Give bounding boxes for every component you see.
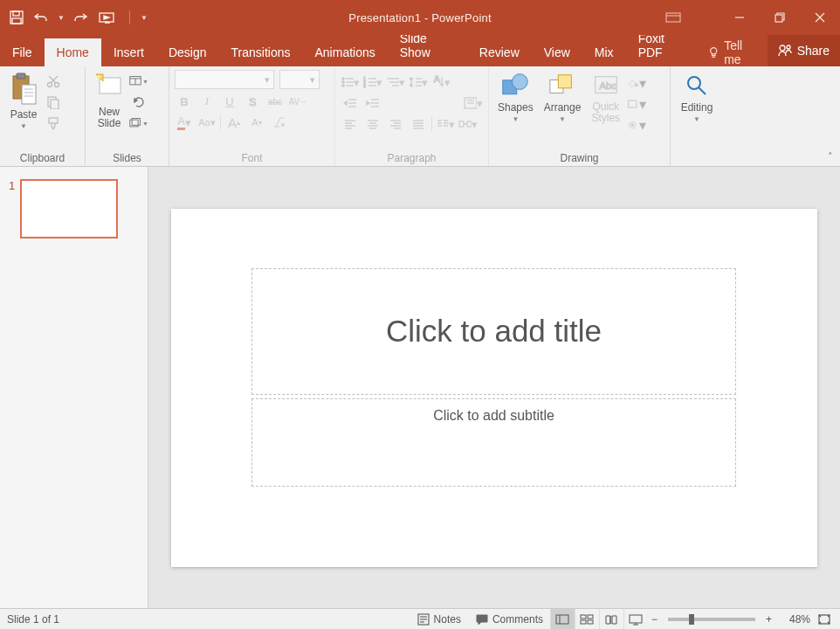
tab-review[interactable]: Review — [467, 38, 532, 66]
comments-button[interactable]: Comments — [468, 609, 550, 629]
tab-file[interactable]: File — [0, 38, 45, 66]
change-case-button[interactable]: Aa▾ — [197, 114, 217, 131]
paste-button[interactable]: Paste ▼ — [5, 70, 42, 133]
group-clipboard: Paste ▼ Clipboard — [0, 66, 86, 166]
comments-label: Comments — [492, 613, 543, 626]
text-shadow-button[interactable]: S — [243, 93, 262, 110]
align-left-icon[interactable] — [341, 115, 360, 133]
editing-button[interactable]: Editing ▼ — [676, 70, 718, 125]
bullets-icon[interactable]: ▾ — [341, 73, 360, 91]
undo-icon[interactable] — [33, 10, 49, 25]
qat-customize-icon[interactable]: ▼ — [141, 14, 148, 22]
cut-icon[interactable] — [44, 72, 63, 91]
zoom-out-button[interactable]: − — [648, 609, 661, 629]
slide-canvas[interactable]: Click to add title Click to add subtitle — [171, 209, 817, 567]
quick-styles-button[interactable]: Abc Quick Styles — [588, 70, 623, 135]
title-placeholder[interactable]: Click to add title — [251, 268, 736, 395]
font-name-combo[interactable]: ▾ — [175, 70, 274, 89]
group-slides: New Slide ▼ ▼ Slides — [86, 66, 169, 166]
new-slide-button[interactable]: New Slide — [91, 70, 127, 133]
tab-design[interactable]: Design — [156, 38, 219, 66]
format-painter-icon[interactable] — [44, 114, 63, 133]
qat-divider — [129, 10, 130, 24]
start-from-beginning-icon[interactable] — [98, 10, 119, 25]
zoom-in-button[interactable]: + — [762, 609, 775, 629]
section-icon[interactable]: ▼ — [129, 114, 148, 133]
svg-marker-63 — [367, 101, 369, 105]
align-right-icon[interactable] — [386, 115, 405, 133]
underline-button[interactable]: U — [220, 93, 239, 110]
shape-fill-icon[interactable]: ▾ — [627, 73, 646, 93]
list-level-icon[interactable]: ▾ — [386, 73, 405, 91]
justify-icon[interactable] — [409, 115, 428, 133]
copy-icon[interactable] — [44, 93, 63, 112]
redo-icon[interactable] — [73, 10, 89, 25]
tab-animations[interactable]: Animations — [302, 38, 387, 66]
zoom-slider[interactable] — [668, 618, 755, 621]
layout-icon[interactable]: ▼ — [129, 72, 148, 91]
tell-me-search[interactable]: Tell me — [699, 38, 768, 66]
fit-to-window-icon[interactable] — [810, 609, 833, 629]
font-group-label: Font — [175, 149, 329, 166]
save-icon[interactable] — [9, 10, 24, 25]
zoom-thumb[interactable] — [689, 614, 694, 625]
increase-font-button[interactable]: A▴ — [224, 114, 244, 131]
slide-thumbnail-pane[interactable]: 1 — [0, 167, 148, 608]
svg-line-102 — [699, 87, 706, 94]
undo-dropdown-icon[interactable]: ▼ — [58, 14, 65, 22]
font-size-combo[interactable]: ▾ — [279, 70, 320, 89]
shapes-button[interactable]: Shapes ▼ — [494, 70, 537, 135]
reset-icon[interactable] — [129, 93, 148, 112]
shape-outline-icon[interactable]: ▾ — [627, 94, 646, 114]
numbering-icon[interactable]: 123▾ — [363, 73, 382, 91]
line-spacing-icon[interactable]: ▾ — [409, 73, 428, 91]
svg-rect-26 — [51, 100, 59, 109]
collapse-ribbon-icon[interactable]: ˄ — [828, 151, 833, 162]
minimize-icon[interactable] — [720, 0, 760, 35]
svg-rect-110 — [588, 615, 593, 619]
svg-point-100 — [631, 123, 634, 126]
align-text-icon[interactable]: ▾ — [464, 94, 483, 112]
decrease-indent-icon[interactable] — [341, 94, 360, 112]
slide-counter[interactable]: Slide 1 of 1 — [7, 613, 59, 626]
tab-home[interactable]: Home — [45, 38, 101, 66]
decrease-font-button[interactable]: A▾ — [247, 114, 266, 131]
arrange-button[interactable]: Arrange ▼ — [540, 70, 585, 135]
bold-button[interactable]: B — [175, 93, 194, 110]
align-center-icon[interactable] — [363, 115, 382, 133]
reading-view-icon[interactable] — [599, 609, 623, 630]
restore-icon[interactable] — [760, 0, 800, 35]
tab-mix[interactable]: Mix — [582, 38, 626, 66]
new-slide-label: New Slide — [98, 107, 121, 129]
italic-button[interactable]: I — [197, 93, 217, 110]
normal-view-icon[interactable] — [550, 609, 575, 630]
font-color-button[interactable]: A▾ — [175, 114, 194, 131]
notes-button[interactable]: Notes — [410, 609, 468, 629]
share-button[interactable]: Share — [768, 35, 840, 66]
zoom-level[interactable]: 48% — [775, 613, 810, 626]
tab-insert[interactable]: Insert — [101, 38, 156, 66]
char-spacing-button[interactable]: AV↔ — [288, 93, 307, 110]
group-paragraph: ▾ 123▾ ▾ ▾ A▾ ▾ ▾ ▾ Paragrap — [335, 66, 489, 166]
slide-sorter-view-icon[interactable] — [575, 609, 599, 630]
text-direction-icon[interactable]: A▾ — [431, 73, 451, 91]
tab-transitions[interactable]: Transitions — [219, 38, 303, 66]
slide-canvas-area[interactable]: Click to add title Click to add subtitle — [148, 167, 840, 608]
clear-formatting-icon[interactable] — [270, 114, 289, 131]
close-icon[interactable] — [800, 0, 840, 35]
slideshow-view-icon[interactable] — [623, 609, 648, 630]
smartart-icon[interactable]: ▾ — [458, 115, 478, 133]
shapes-label: Shapes — [498, 101, 534, 114]
tab-view[interactable]: View — [532, 38, 582, 66]
strikethrough-button[interactable]: abc — [265, 93, 285, 110]
svg-point-11 — [710, 48, 716, 54]
increase-indent-icon[interactable] — [363, 94, 382, 112]
quick-styles-label: Quick Styles — [591, 101, 620, 124]
slide-thumbnail-1[interactable] — [20, 179, 118, 238]
window-controls — [720, 0, 840, 35]
columns-icon[interactable]: ▾ — [436, 115, 455, 133]
ribbon-display-options-icon[interactable] — [660, 0, 686, 35]
subtitle-placeholder[interactable]: Click to add subtitle — [251, 398, 736, 487]
shape-effects-icon[interactable]: ▾ — [627, 115, 646, 135]
svg-rect-107 — [556, 615, 568, 624]
